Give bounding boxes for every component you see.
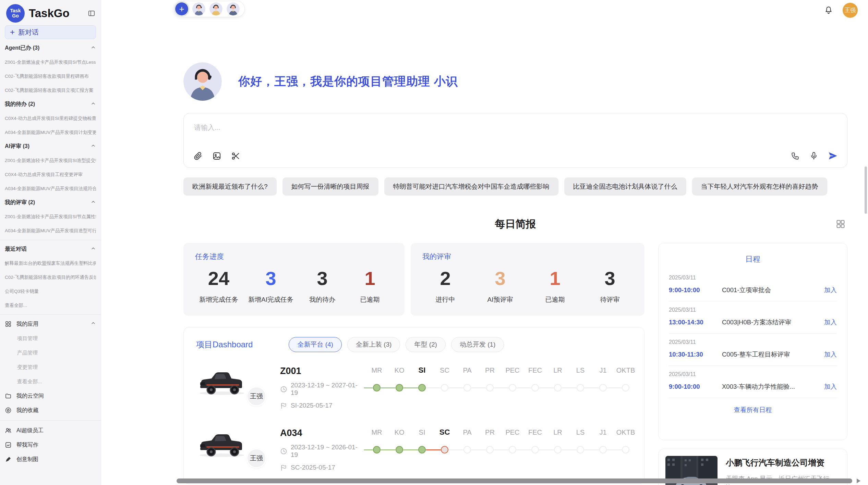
milestone-node[interactable]	[396, 384, 403, 391]
milestone-node[interactable]	[531, 446, 539, 453]
sidebar-section-header[interactable]: AI评审 (3)	[5, 139, 96, 153]
sidebar-task-item[interactable]: A034-全新新能源MUV产品开发项目法规符合性评审	[5, 182, 96, 196]
event-join-link[interactable]: 加入	[824, 382, 837, 391]
sidebar-app-item[interactable]: 查看全部...	[5, 374, 96, 389]
message-composer[interactable]: 请输入...	[183, 113, 847, 168]
sidebar-item-my-apps[interactable]: 我的应用	[5, 317, 96, 331]
phone-icon[interactable]	[791, 151, 800, 160]
milestone-track: MRKOSISCPAPRPECFECLRLSJ1OKTB	[364, 364, 628, 403]
scroll-right-arrow[interactable]	[857, 478, 860, 483]
sidebar-app-item[interactable]: 项目管理	[5, 331, 96, 346]
milestone-node[interactable]	[622, 384, 629, 391]
project-owner-badge: 王强	[246, 448, 266, 468]
milestone-node[interactable]	[577, 446, 584, 453]
milestone-node[interactable]	[531, 384, 539, 391]
mic-icon[interactable]	[809, 151, 818, 160]
sidebar-section-header[interactable]: 我的待办 (2)	[5, 97, 96, 111]
milestone-label: PA	[463, 366, 471, 374]
milestone-node[interactable]	[418, 446, 426, 453]
notification-bell-icon[interactable]	[824, 6, 833, 15]
sidebar-tool-item[interactable]: 帮我写作	[5, 438, 96, 452]
milestone-node[interactable]	[486, 384, 494, 391]
milestone-node[interactable]	[577, 384, 584, 391]
milestone-connector	[494, 449, 509, 450]
milestone-node[interactable]	[486, 446, 494, 453]
sidebar-task-item[interactable]: C0X4-动力总成开发项目工程变更评审	[5, 167, 96, 182]
milestone-connector	[539, 387, 554, 388]
send-icon[interactable]	[828, 151, 837, 161]
milestone-node[interactable]	[622, 446, 629, 453]
agent-avatar-2[interactable]	[209, 2, 222, 15]
sidebar-item-folder[interactable]: 我的云空间	[5, 389, 96, 403]
milestone-node[interactable]	[599, 384, 607, 391]
sidebar-task-item[interactable]: A034-全新新能源MUV产品开发项目造型可行性评审	[5, 224, 96, 238]
sidebar-recent-item[interactable]: C02-飞腾新能源轻客改款项目的闭环通告反馈情况	[5, 270, 96, 284]
attachment-icon[interactable]	[193, 151, 203, 161]
view-all-schedule-link[interactable]: 查看所有日程	[669, 406, 837, 414]
milestone-node[interactable]	[441, 384, 448, 391]
milestone-node[interactable]	[554, 446, 562, 453]
dashboard-header: 项目Dashboard 全新平台 (4)全新上装 (3)年型 (2)动总开发 (…	[196, 337, 632, 352]
scissors-icon[interactable]	[231, 151, 240, 161]
suggestion-chip[interactable]: 比亚迪全固态电池计划具体说了什么	[564, 177, 686, 196]
sidebar-task-item[interactable]: C0X4-动力总成开发项目SI里程碑提交物检查	[5, 111, 96, 125]
sidebar-task-item[interactable]: C02-飞腾新能源轻客改款项目里程碑画布	[5, 69, 96, 83]
truck-image	[196, 394, 248, 400]
sidebar-recent-item[interactable]: 查看全部...	[5, 298, 96, 312]
milestone-node[interactable]	[509, 384, 516, 391]
milestone-node[interactable]	[599, 446, 607, 453]
sidebar-item-star[interactable]: 我的收藏	[5, 403, 96, 418]
add-agent-button[interactable]: +	[175, 2, 188, 15]
milestone-node[interactable]	[554, 384, 562, 391]
sidebar-tool-item[interactable]: 创意制图	[5, 452, 96, 467]
sidebar-tool-item[interactable]: AI超级员工	[5, 423, 96, 438]
event-join-link[interactable]: 加入	[824, 318, 837, 326]
dashboard-tab[interactable]: 年型 (2)	[406, 337, 446, 352]
milestone-node[interactable]	[373, 384, 381, 391]
milestone-node[interactable]	[463, 384, 471, 391]
layout-grid-icon[interactable]	[836, 219, 845, 229]
stat-label: 已逾期	[536, 295, 574, 304]
milestone-node[interactable]	[463, 446, 471, 453]
sidebar-task-item[interactable]: C02-飞腾新能源轻客改款项目立项汇报方案	[5, 83, 96, 97]
dashboard-tab[interactable]: 动总开发 (1)	[451, 337, 504, 352]
suggestion-chip[interactable]: 特朗普可能对进口汽车增税会对中国车企造成哪些影响	[384, 177, 558, 196]
agent-avatar-1[interactable]	[192, 2, 205, 15]
sidebar-recent-header[interactable]: 最近对话	[5, 242, 96, 256]
dashboard-tab[interactable]: 全新上装 (3)	[347, 337, 400, 352]
project-info: A0342023-12-19 ~ 2026-01-19SC-2025-05-17	[280, 426, 364, 471]
suggestion-chip[interactable]: 欧洲新规最近颁布了什么?	[183, 177, 277, 196]
milestone-node[interactable]	[373, 446, 381, 453]
sidebar-task-item[interactable]: Z001-全新燃油轻卡产品开发项目SI节点属性5D文件评审	[5, 210, 96, 224]
sidebar-section-header[interactable]: Agent已办 (3)	[5, 41, 96, 55]
project-code[interactable]: Z001	[280, 366, 364, 376]
sidebar-task-item[interactable]: A034-全新新能源MUV产品开发项目计划变更表编写	[5, 125, 96, 139]
sidebar-app-item[interactable]: 变更管理	[5, 360, 96, 374]
project-code[interactable]: A034	[280, 428, 364, 438]
nav-label: 创意制图	[16, 456, 38, 463]
vertical-scrollbar[interactable]	[865, 166, 867, 214]
event-join-link[interactable]: 加入	[824, 350, 837, 359]
chevron-up-icon	[91, 246, 96, 253]
milestone-node[interactable]	[441, 446, 448, 453]
suggestion-chip[interactable]: 如何写一份清晰的项目周报	[282, 177, 378, 196]
sidebar-collapse-icon[interactable]	[88, 10, 95, 17]
sidebar-section-header[interactable]: 我的评审 (2)	[5, 196, 96, 210]
agent-avatar-3[interactable]	[227, 2, 240, 15]
horizontal-scrollbar[interactable]	[177, 478, 852, 483]
event-join-link[interactable]: 加入	[824, 286, 837, 294]
stat-item: 3我的待办	[303, 267, 341, 304]
milestone-node[interactable]	[509, 446, 516, 453]
milestone-node[interactable]	[396, 446, 403, 453]
sidebar-recent-item[interactable]: 解释最新出台的欧盟报废车法规再生塑料比例被调至15%...	[5, 256, 96, 270]
sidebar-task-item[interactable]: Z001-全新燃油皮卡产品开发项目SI节点Lesson Learn报告	[5, 55, 96, 69]
image-upload-icon[interactable]	[212, 151, 221, 161]
dashboard-tab[interactable]: 全新平台 (4)	[289, 337, 342, 352]
new-chat-button[interactable]: + 新对话	[5, 25, 96, 39]
milestone-node[interactable]	[418, 384, 426, 391]
sidebar-task-item[interactable]: Z001-全新燃油轻卡产品开发项目SI造型提交物评审	[5, 153, 96, 167]
suggestion-chip[interactable]: 当下年轻人对汽车外观有怎样的喜好趋势	[692, 177, 827, 196]
user-avatar[interactable]: 王强	[843, 3, 858, 18]
sidebar-app-item[interactable]: 产品管理	[5, 346, 96, 360]
sidebar-recent-item[interactable]: 公司Q3轻卡销量	[5, 284, 96, 298]
